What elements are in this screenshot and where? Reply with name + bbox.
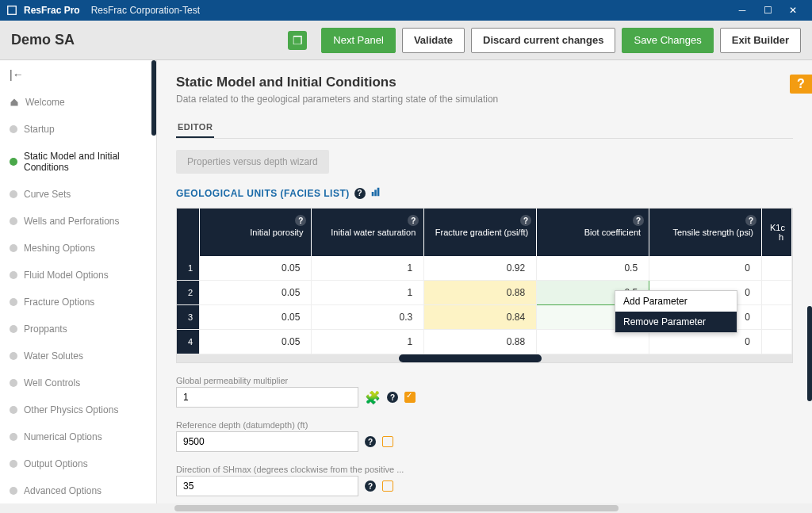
sidebar-item-label: Numerical Options (24, 431, 102, 442)
table-row[interactable]: 1 0.05 1 0.92 0.5 0 (177, 256, 792, 281)
cell-iws[interactable]: 1 (312, 256, 424, 281)
cell-fg[interactable]: 0.92 (424, 256, 537, 281)
reference-depth-input[interactable] (176, 431, 358, 452)
cell-porosity[interactable]: 0.05 (199, 305, 312, 330)
cell-fg[interactable]: 0.84 (424, 305, 537, 330)
discard-button[interactable]: Discard current changes (471, 28, 615, 53)
sidebar-item-label: Output Options (24, 458, 88, 469)
sidebar-item-meshing[interactable]: Meshing Options (0, 235, 156, 262)
help-button[interactable]: ? (790, 75, 812, 94)
content: ? Static Model and Initial Conditions Da… (157, 60, 812, 513)
status-dot-icon (10, 460, 17, 468)
cell-iws[interactable]: 1 (312, 330, 424, 354)
cell-biot[interactable] (537, 330, 649, 354)
validate-button[interactable]: Validate (402, 28, 465, 53)
sidebar-item-welcome[interactable]: Welcome (0, 89, 156, 116)
col-initial-water-saturation[interactable]: Initial water saturation? (312, 209, 424, 256)
checkbox-toggle[interactable] (382, 480, 393, 492)
table-horizontal-scrollbar[interactable] (177, 354, 792, 362)
sidebar-scrollbar[interactable] (151, 60, 156, 136)
col-tensile-strength[interactable]: Tensile strength (psi)? (649, 209, 762, 256)
sidebar-item-proppants[interactable]: Proppants (0, 316, 156, 343)
col-k1c[interactable]: K1c h (762, 209, 792, 256)
info-icon[interactable]: ? (633, 215, 644, 226)
status-dot-icon (10, 487, 17, 495)
sidebar-item-label: Fracture Options (24, 297, 94, 308)
col-initial-porosity[interactable]: Initial porosity? (199, 209, 312, 256)
info-icon[interactable]: ? (295, 215, 306, 226)
sidebar-item-label: Meshing Options (24, 243, 95, 254)
info-icon[interactable]: ? (365, 480, 376, 492)
checkbox-toggle[interactable] (382, 436, 393, 447)
info-icon[interactable]: ? (408, 215, 419, 226)
sidebar-item-output[interactable]: Output Options (0, 450, 156, 477)
context-menu-remove-parameter[interactable]: Remove Parameter (615, 312, 737, 332)
info-icon[interactable]: ? (387, 392, 398, 403)
exit-builder-button[interactable]: Exit Builder (720, 28, 801, 53)
col-biot-coefficient[interactable]: Biot coefficient? (537, 209, 649, 256)
cell-iws[interactable]: 1 (312, 281, 424, 305)
collapse-sidebar-button[interactable]: |← (0, 60, 156, 89)
sidebar-item-label: Well Controls (24, 377, 80, 389)
info-icon[interactable]: ? (520, 215, 531, 226)
close-button[interactable]: ✕ (780, 0, 806, 21)
field-reference-depth: Reference depth (datumdepth) (ft) ? (176, 420, 793, 452)
sidebar-item-water-solutes[interactable]: Water Solutes (0, 343, 156, 369)
col-fracture-gradient[interactable]: Fracture gradient (psi/ft)? (424, 209, 537, 256)
cell-porosity[interactable]: 0.05 (199, 330, 312, 354)
product-name: ResFrac Pro (24, 5, 80, 16)
section-title: GEOLOGICAL UNITS (FACIES LIST) (176, 188, 350, 199)
page-title: Static Model and Initial Conditions (176, 75, 793, 90)
row-number: 4 (177, 330, 199, 354)
sidebar: |← Welcome Startup Static Model and Init… (0, 60, 157, 513)
field-label: Reference depth (datumdepth) (ft) (176, 420, 793, 430)
sidebar-item-startup[interactable]: Startup (0, 116, 156, 143)
maximize-button[interactable]: ☐ (755, 0, 780, 21)
cube-icon[interactable]: ❒ (288, 31, 307, 50)
next-panel-button[interactable]: Next Panel (321, 28, 396, 53)
cell-ts[interactable]: 0 (649, 330, 762, 354)
cell-fg[interactable]: 0.88 (424, 281, 537, 305)
window-horizontal-scrollbar[interactable] (0, 503, 812, 513)
status-dot-icon (10, 271, 17, 279)
info-icon[interactable]: ? (745, 215, 756, 226)
table-row[interactable]: 4 0.05 1 0.88 0 (177, 330, 792, 354)
checkbox-toggle[interactable] (404, 392, 416, 403)
info-icon[interactable]: ? (365, 436, 376, 447)
sidebar-item-label: Advanced Options (24, 485, 102, 496)
status-dot-icon (10, 352, 17, 360)
sidebar-item-advanced[interactable]: Advanced Options (0, 477, 156, 504)
chart-icon[interactable] (370, 186, 381, 200)
sidebar-item-fluid-model[interactable]: Fluid Model Options (0, 262, 156, 289)
sidebar-item-static-model[interactable]: Static Model and Initial Conditions (0, 143, 156, 181)
wizard-button[interactable]: Properties versus depth wizard (176, 150, 329, 174)
minimize-button[interactable]: ─ (730, 0, 755, 21)
sidebar-item-fracture[interactable]: Fracture Options (0, 289, 156, 316)
row-number: 1 (177, 256, 199, 281)
sidebar-item-well-controls[interactable]: Well Controls (0, 369, 156, 396)
content-scrollbar[interactable] (807, 306, 812, 401)
sidebar-item-other-physics[interactable]: Other Physics Options (0, 396, 156, 423)
info-icon[interactable]: ? (354, 188, 366, 199)
sidebar-item-numerical[interactable]: Numerical Options (0, 423, 156, 450)
cell-porosity[interactable]: 0.05 (199, 256, 312, 281)
cell-fg[interactable]: 0.88 (424, 330, 537, 354)
cell-iws[interactable]: 0.3 (312, 305, 424, 330)
header: Demo SA ❒ Next Panel Validate Discard cu… (0, 21, 812, 60)
save-button[interactable]: Save Changes (622, 28, 713, 53)
tab-editor[interactable]: EDITOR (176, 117, 214, 138)
cell-ts[interactable]: 0 (649, 256, 762, 281)
global-permeability-input[interactable] (176, 387, 358, 408)
cell-biot[interactable]: 0.5 (537, 256, 649, 281)
sidebar-item-label: Welcome (25, 97, 65, 108)
home-icon (10, 98, 19, 107)
svg-rect-3 (377, 188, 380, 197)
field-label: Direction of SHmax (degrees clockwise fr… (176, 465, 793, 474)
context-menu-add-parameter[interactable]: Add Parameter (615, 291, 737, 312)
shmax-direction-input[interactable] (176, 476, 358, 496)
cell-porosity[interactable]: 0.05 (199, 281, 312, 305)
sidebar-item-curve-sets[interactable]: Curve Sets (0, 181, 156, 208)
puzzle-icon[interactable]: 🧩 (365, 390, 381, 405)
sidebar-item-label: Other Physics Options (24, 404, 118, 415)
sidebar-item-wells[interactable]: Wells and Perforations (0, 208, 156, 235)
